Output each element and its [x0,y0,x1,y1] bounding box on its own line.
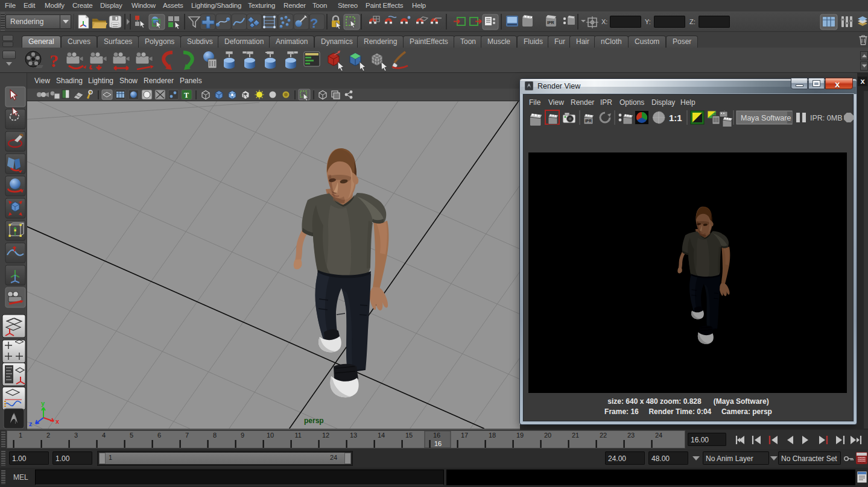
svg-text:16: 16 [434,440,442,447]
svg-text:8: 8 [213,432,217,439]
svg-text:IPR: IPR [547,20,554,25]
svg-text:7: 7 [185,432,189,439]
svg-text:22: 22 [600,432,607,439]
svg-text:14: 14 [378,432,385,439]
svg-text:1: 1 [19,432,22,439]
svg-text:Y:: Y: [645,18,651,25]
svg-text:3: 3 [74,432,78,439]
svg-text:18: 18 [489,432,496,439]
svg-text:?: ? [49,51,59,71]
svg-text:16: 16 [433,432,440,439]
svg-text:persp: persp [304,416,324,425]
svg-text:5: 5 [130,432,133,439]
svg-text:9: 9 [241,432,244,439]
svg-text:21: 21 [572,432,579,439]
svg-text:T: T [184,91,189,99]
svg-text:10: 10 [267,432,274,439]
svg-text:4: 4 [102,432,106,439]
svg-text:2: 2 [46,432,50,439]
svg-text:IPR: IPR [585,119,592,123]
svg-text:x: x [55,418,60,425]
svg-text:y: y [41,400,45,407]
svg-text:1:1: 1:1 [669,113,682,123]
svg-text:13: 13 [350,432,357,439]
svg-text:X:: X: [601,18,607,25]
svg-text:11: 11 [294,432,301,439]
svg-text:6: 6 [157,432,161,439]
svg-text:z: z [29,420,33,427]
svg-text:?: ? [310,16,318,31]
svg-text:12: 12 [322,432,329,439]
svg-text:23: 23 [627,432,635,439]
svg-text:19: 19 [516,432,524,439]
svg-text:Z:: Z: [689,18,695,25]
svg-text:17: 17 [461,432,468,439]
svg-text:Maya Software: Maya Software [741,114,791,122]
svg-text:24: 24 [655,432,662,439]
svg-text:15: 15 [405,432,413,439]
svg-text:20: 20 [544,432,551,439]
svg-text:IPR: 0MB: IPR: 0MB [810,114,843,122]
